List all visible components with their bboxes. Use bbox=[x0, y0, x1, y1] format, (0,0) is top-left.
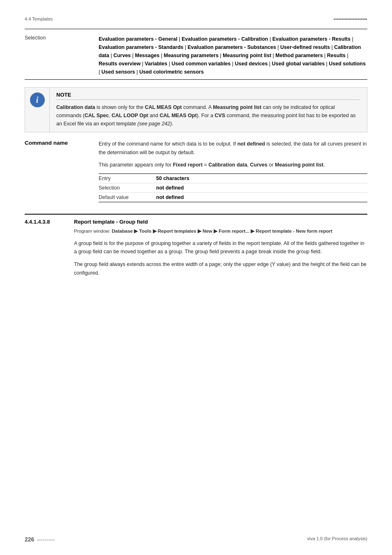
subsection-para1: A group field is for the purpose of grou… bbox=[74, 239, 367, 256]
param-value-entry: 50 characters bbox=[156, 176, 367, 181]
command-name-section: Command name Entry of the command name f… bbox=[25, 140, 367, 210]
command-name-label-col: Command name bbox=[25, 140, 99, 210]
selection-row: Selection Evaluation parameters - Genera… bbox=[25, 29, 367, 80]
subsection-4418: 4.4.1.4.3.8 Report template - Group fiel… bbox=[25, 214, 367, 277]
command-name-heading: Command name bbox=[25, 140, 68, 146]
selection-label: Selection bbox=[25, 32, 99, 76]
param-value-selection: not defined bbox=[156, 185, 367, 191]
page-header: 4.4 Templates ▪▪▪▪▪▪▪▪▪▪▪▪▪▪▪▪▪▪▪▪▪ bbox=[25, 16, 367, 21]
program-window-line: Program window: Database ▶ Tools ▶ Repor… bbox=[74, 227, 367, 235]
page: 4.4 Templates ▪▪▪▪▪▪▪▪▪▪▪▪▪▪▪▪▪▪▪▪▪ Sele… bbox=[0, 0, 392, 555]
page-footer: 226 ▪▪▪▪▪▪▪▪▪ viva 1.0 (for Process anal… bbox=[25, 536, 367, 543]
selection-text: Evaluation parameters - General | Evalua… bbox=[99, 36, 366, 75]
param-label-default: Default value bbox=[99, 194, 156, 200]
subsection-heading-row: 4.4.1.4.3.8 Report template - Group fiel… bbox=[25, 219, 367, 225]
note-box: i NOTE Calibration data is shown only fo… bbox=[25, 87, 367, 132]
param-row-entry: Entry 50 characters bbox=[99, 174, 367, 183]
param-table: Entry 50 characters Selection not define… bbox=[99, 173, 367, 202]
subsection-para2: The group field always extends across th… bbox=[74, 260, 367, 277]
note-text: Calibration data is shown only for the C… bbox=[56, 103, 360, 128]
param-value-default: not defined bbox=[156, 194, 367, 200]
footer-dots: ▪▪▪▪▪▪▪▪▪ bbox=[37, 537, 55, 542]
note-title: NOTE bbox=[56, 92, 360, 100]
subsection-number: 4.4.1.4.3.8 bbox=[25, 219, 74, 225]
header-dots: ▪▪▪▪▪▪▪▪▪▪▪▪▪▪▪▪▪▪▪▪▪ bbox=[334, 16, 367, 21]
footer-left: 226 ▪▪▪▪▪▪▪▪▪ bbox=[25, 536, 55, 543]
param-row-selection: Selection not defined bbox=[99, 183, 367, 193]
page-number: 226 bbox=[25, 536, 34, 543]
note-icon-column: i bbox=[25, 88, 50, 132]
param-label-entry: Entry bbox=[99, 176, 156, 181]
info-icon: i bbox=[30, 92, 45, 107]
command-name-content: Entry of the command name for which data… bbox=[99, 140, 367, 210]
selection-value: Evaluation parameters - General | Evalua… bbox=[99, 32, 367, 76]
command-name-para2: This parameter appears only for Fixed re… bbox=[99, 161, 367, 169]
subsection-title: Report template - Group field bbox=[74, 219, 148, 225]
footer-right: viva 1.0 (for Process analysis) bbox=[307, 536, 367, 543]
command-name-para1: Entry of the command name for which data… bbox=[99, 140, 367, 157]
param-row-default: Default value not defined bbox=[99, 193, 367, 202]
subsection-body: Program window: Database ▶ Tools ▶ Repor… bbox=[74, 227, 367, 277]
header-left: 4.4 Templates bbox=[25, 16, 53, 21]
note-content: NOTE Calibration data is shown only for … bbox=[50, 88, 367, 132]
param-label-selection: Selection bbox=[99, 185, 156, 191]
